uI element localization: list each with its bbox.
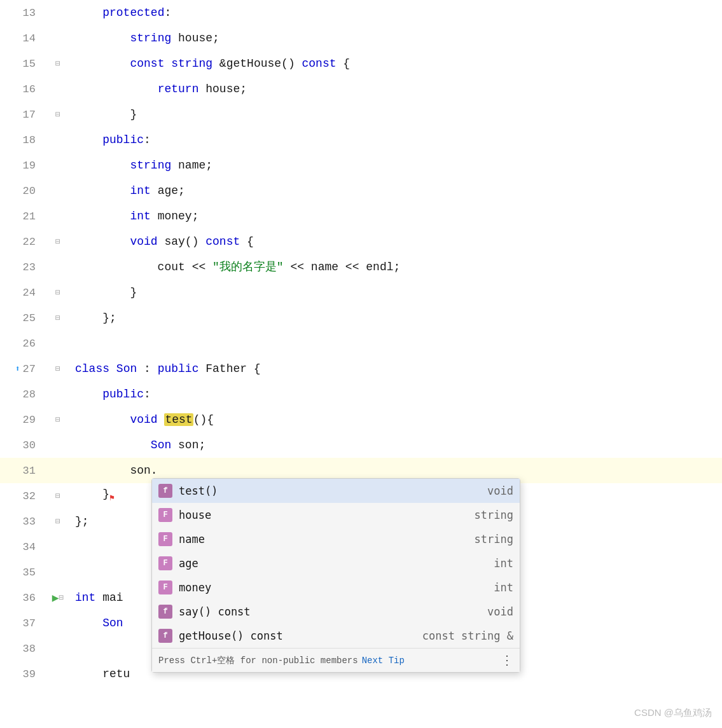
gutter-33: ⊟ (43, 516, 73, 526)
gutter-25: ⊟ (43, 313, 73, 323)
code-20: int age; (73, 178, 722, 203)
error-flag-32: ⚑ (109, 493, 115, 502)
line-26: 26 (0, 331, 722, 356)
autocomplete-item-test[interactable]: f test() void (152, 479, 520, 503)
ac-next-tip-link[interactable]: Next Tip (362, 656, 405, 666)
autocomplete-item-money[interactable]: F money int (152, 575, 520, 600)
code-25: }; (73, 305, 722, 331)
gutter-27: ⊟ (43, 364, 73, 374)
ac-name-age: age (179, 557, 487, 570)
autocomplete-item-say[interactable]: f say() const void (152, 600, 520, 624)
line-16: 16 return house; (0, 76, 722, 102)
run-icon-36[interactable]: ▶ (52, 591, 59, 605)
line-number-26: 26 (0, 338, 43, 350)
code-24: } (73, 280, 722, 305)
ac-type-age: int (494, 557, 513, 570)
ac-footer-menu-icon[interactable]: ⋮ (501, 652, 513, 668)
line-20: 20 int age; (0, 178, 722, 203)
ac-type-money: int (494, 581, 513, 594)
ac-icon-say: f (158, 605, 172, 619)
ac-icon-test: f (158, 484, 172, 498)
ac-type-say: void (487, 605, 513, 618)
gutter-29: ⊟ (43, 415, 73, 425)
fold-icon-24[interactable]: ⊟ (55, 287, 60, 298)
line-number-32: 32 (0, 490, 43, 502)
ac-name-gethouse: getHouse() const (179, 629, 416, 642)
ac-icon-house: F (158, 508, 172, 522)
fold-icon-15[interactable]: ⊟ (55, 58, 60, 69)
line-number-18: 18 (0, 134, 43, 146)
line-number-19: 19 (0, 160, 43, 172)
fold-icon-32[interactable]: ⊟ (55, 491, 60, 501)
code-15: const string &getHouse() const { (73, 51, 722, 76)
code-17: } (73, 102, 722, 127)
autocomplete-item-age[interactable]: F age int (152, 551, 520, 575)
line-number-20: 20 (0, 185, 43, 197)
csdn-watermark: CSDN @乌鱼鸡汤 (634, 707, 712, 719)
ac-name-house: house (179, 509, 468, 521)
autocomplete-dropdown: f test() void F house string F name stri… (151, 478, 520, 673)
code-30: Son son; (73, 432, 722, 458)
fold-icon-22[interactable]: ⊟ (55, 237, 60, 247)
code-21: int money; (73, 203, 722, 229)
fold-icon-33[interactable]: ⊟ (55, 516, 60, 526)
line-23: 23 cout << "我的名字是" << name << endl; (0, 254, 722, 280)
line-18: 18 public: (0, 127, 722, 153)
line-number-36: 36 (0, 592, 43, 604)
line-number-38: 38 (0, 643, 43, 655)
autocomplete-item-gethouse[interactable]: f getHouse() const const string & (152, 624, 520, 648)
line-number-17: 17 (0, 109, 43, 121)
line-22: 22 ⊟ void say() const { (0, 229, 722, 254)
ac-icon-name: F (158, 532, 172, 546)
code-18: public: (73, 127, 722, 153)
line-24: 24 ⊟ } (0, 280, 722, 305)
line-29: 29 ⊟ void test(){ (0, 407, 722, 432)
editor: 13 protected: 14 string house; 15 ⊟ cons… (0, 0, 722, 728)
line-number-39: 39 (0, 668, 43, 680)
line-number-24: 24 (0, 287, 43, 299)
code-23: cout << "我的名字是" << name << endl; (73, 254, 722, 280)
gutter-15: ⊟ (43, 58, 73, 69)
line-number-15: 15 (0, 58, 43, 70)
autocomplete-item-name[interactable]: F name string (152, 527, 520, 551)
ac-type-test: void (487, 484, 513, 497)
fold-icon-36[interactable]: ⊟ (59, 593, 64, 603)
fold-icon-29[interactable]: ⊟ (55, 415, 60, 425)
fold-icon-17[interactable]: ⊟ (55, 109, 60, 120)
ac-type-house: string (475, 509, 513, 521)
gutter-24: ⊟ (43, 287, 73, 298)
line-15: 15 ⊟ const string &getHouse() const { (0, 51, 722, 76)
fold-icon-25[interactable]: ⊟ (55, 313, 60, 323)
fold-icon-27[interactable]: ⊟ (55, 364, 60, 374)
gutter-36: ▶ ⊟ (43, 591, 73, 605)
ac-name-money: money (179, 581, 487, 594)
line-number-14: 14 (0, 32, 43, 45)
line-number-34: 34 (0, 541, 43, 553)
ac-icon-age: F (158, 556, 172, 570)
line-number-30: 30 (0, 439, 43, 451)
ac-icon-money: F (158, 580, 172, 594)
code-26 (73, 331, 722, 356)
line-27: ⬆ 27 ⊟ class Son : public Father { (0, 356, 722, 381)
line-number-21: 21 (0, 210, 43, 223)
ac-name-test: test() (179, 484, 481, 497)
autocomplete-item-house[interactable]: F house string (152, 503, 520, 527)
code-29: void test(){ (73, 407, 722, 432)
line-19: 19 string name; (0, 153, 722, 178)
code-16: return house; (73, 76, 722, 102)
ac-icon-gethouse: f (158, 629, 172, 643)
line-28: 28 public: (0, 381, 722, 407)
line-17: 17 ⊟ } (0, 102, 722, 127)
line-number-27: ⬆ 27 (0, 363, 43, 375)
ac-footer-text: Press Ctrl+空格 for non-public members (158, 655, 358, 666)
code-27: class Son : public Father { (73, 356, 722, 381)
autocomplete-footer: Press Ctrl+空格 for non-public members Nex… (152, 648, 520, 672)
ac-type-name: string (475, 533, 513, 546)
code-14: string house; (73, 25, 722, 51)
highlight-test: test (164, 413, 193, 426)
ac-type-gethouse: const string & (422, 629, 513, 642)
line-25: 25 ⊟ }; (0, 305, 722, 331)
code-22: void say() const { (73, 229, 722, 254)
line-14: 14 string house; (0, 25, 722, 51)
code-19: string name; (73, 153, 722, 178)
